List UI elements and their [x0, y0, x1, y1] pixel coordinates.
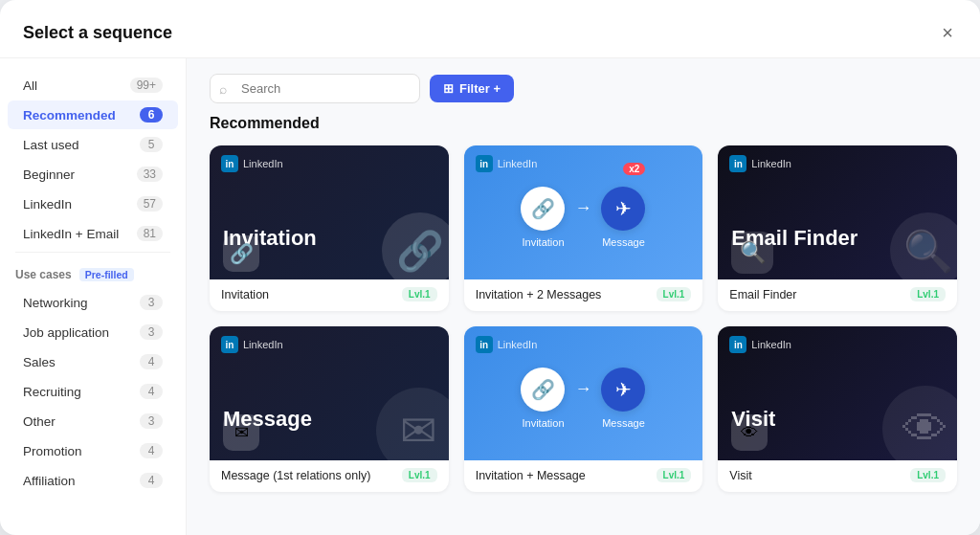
- sidebar-item-other-label: Other: [23, 414, 56, 429]
- flow-node-message-circle: ✈: [601, 187, 645, 231]
- sidebar-item-beginner[interactable]: Beginner 33: [8, 160, 178, 189]
- sidebar-item-promotion[interactable]: Promotion 4: [8, 436, 178, 465]
- card-invitation-msg-name: Invitation + Message: [476, 469, 586, 482]
- card-invitation-msg-image: in LinkedIn 🔗 Invitation → ✈ Message: [464, 326, 703, 460]
- card-message[interactable]: in LinkedIn Message ✉ ✉ Message (1st rel…: [210, 326, 449, 492]
- sidebar-item-linkedin-email[interactable]: LinkedIn + Email 81: [8, 219, 178, 248]
- sidebar-item-recruiting-label: Recruiting: [23, 385, 81, 399]
- sidebar-item-other[interactable]: Other 3: [8, 407, 178, 435]
- sidebar-item-promotion-count: 4: [140, 443, 163, 458]
- select-sequence-modal: Select a sequence × All 99+ Recommended …: [0, 0, 980, 535]
- card-email-finder-name: Email Finder: [729, 288, 796, 301]
- card-message-footer: Message (1st relations only) Lvl.1: [210, 460, 449, 492]
- linkedin-icon-email-finder: in: [729, 155, 746, 172]
- sidebar-item-sales-label: Sales: [23, 355, 56, 369]
- sidebar-item-recommended[interactable]: Recommended 6: [8, 100, 178, 129]
- search-icon: ⌕: [219, 81, 227, 97]
- card-email-finder[interactable]: in LinkedIn Email Finder 🔍 🔍 Email Finde…: [718, 145, 957, 311]
- card-invitation-icon: 🔗: [223, 235, 259, 272]
- card-message-image: in LinkedIn Message ✉ ✉: [210, 326, 449, 460]
- card-invitation-2msg-footer: Invitation + 2 Messages Lvl.1: [464, 279, 703, 311]
- sidebar: All 99+ Recommended 6 Last used 5 Beginn…: [0, 58, 187, 535]
- modal-header: Select a sequence ×: [0, 0, 980, 58]
- card-invitation[interactable]: in LinkedIn Invitation 🔗 🔗 Invitation Lv…: [210, 145, 449, 311]
- sidebar-item-recommended-count: 6: [140, 107, 163, 123]
- sidebar-item-last-used[interactable]: Last used 5: [8, 130, 178, 159]
- sidebar-item-affiliation-label: Affiliation: [23, 474, 76, 488]
- card-visit[interactable]: in LinkedIn Visit 👁 👁 Visit Lvl.1: [718, 326, 957, 492]
- search-wrap: ⌕: [210, 74, 420, 103]
- sidebar-item-recommended-label: Recommended: [23, 108, 116, 123]
- sidebar-item-job-application-label: Job application: [23, 325, 109, 340]
- sidebar-item-recruiting-count: 4: [140, 384, 163, 399]
- linkedin-badge-visit: in LinkedIn: [729, 336, 791, 353]
- sidebar-item-all-label: All: [23, 78, 37, 93]
- card-invitation-2msg[interactable]: in LinkedIn x2 🔗 Invitation → ✈: [464, 145, 703, 311]
- modal-title: Select a sequence: [23, 23, 172, 43]
- send-large-icon: ✉: [376, 388, 449, 460]
- search-input[interactable]: [210, 74, 420, 103]
- modal-body: All 99+ Recommended 6 Last used 5 Beginn…: [0, 58, 980, 535]
- sidebar-item-last-used-label: Last used: [23, 138, 79, 152]
- pre-filled-badge: Pre-filled: [79, 268, 134, 281]
- card-invitation-2msg-level: Lvl.1: [657, 287, 692, 301]
- filter-icon: ⊞: [443, 81, 454, 96]
- card-visit-footer: Visit Lvl.1: [718, 460, 957, 492]
- linkedin-badge-invitation: in LinkedIn: [221, 155, 283, 172]
- linkedin-icon-visit: in: [729, 336, 746, 353]
- filter-label: Filter +: [459, 81, 501, 96]
- chain-bg-icon: 🔗: [382, 212, 449, 279]
- flow-node-invitation-circle: 🔗: [521, 187, 565, 231]
- search-large-bg-icon: 🔍: [890, 212, 957, 279]
- sidebar-item-networking[interactable]: Networking 3: [8, 288, 178, 317]
- search-big-icon: 🔍: [731, 232, 773, 274]
- card-invitation-image: in LinkedIn Invitation 🔗 🔗: [210, 145, 449, 279]
- card-invitation-msg[interactable]: in LinkedIn 🔗 Invitation → ✈ Message: [464, 326, 703, 492]
- card-email-finder-image: in LinkedIn Email Finder 🔍 🔍: [718, 145, 957, 279]
- flow-node-invitation-label: Invitation: [522, 236, 564, 248]
- flow-node-message-label: Message: [602, 236, 645, 248]
- close-button[interactable]: ×: [938, 19, 957, 46]
- sidebar-item-linkedin-email-count: 81: [137, 226, 163, 241]
- sidebar-item-sales[interactable]: Sales 4: [8, 347, 178, 376]
- sidebar-item-promotion-label: Promotion: [23, 444, 82, 458]
- flow-arrow: →: [574, 198, 591, 218]
- flow-node-invitation: 🔗 Invitation: [521, 187, 565, 248]
- card-message-name: Message (1st relations only): [221, 469, 370, 482]
- sidebar-item-beginner-label: Beginner: [23, 167, 75, 182]
- section-title: Recommended: [210, 115, 957, 132]
- card-invitation-2msg-name: Invitation + 2 Messages: [476, 288, 602, 301]
- card-visit-level: Lvl.1: [910, 468, 946, 482]
- sidebar-item-sales-count: 4: [140, 354, 163, 369]
- search-bar: ⌕ ⊞ Filter +: [210, 74, 957, 103]
- send-icon-box: ✉: [223, 414, 259, 451]
- sidebar-item-affiliation-count: 4: [140, 473, 163, 488]
- sidebar-item-beginner-count: 33: [137, 167, 163, 182]
- sidebar-item-networking-label: Networking: [23, 296, 88, 310]
- sidebar-item-affiliation[interactable]: Affiliation 4: [8, 466, 178, 495]
- sidebar-item-job-application-count: 3: [140, 324, 163, 340]
- linkedin-badge-email-finder: in LinkedIn: [729, 155, 791, 172]
- sidebar-item-linkedin-count: 57: [137, 196, 163, 212]
- sidebar-item-job-application[interactable]: Job application 3: [8, 318, 178, 346]
- main-content: ⌕ ⊞ Filter + Recommended in LinkedI: [187, 58, 980, 535]
- sidebar-item-linkedin[interactable]: LinkedIn 57: [8, 189, 178, 218]
- card-visit-image: in LinkedIn Visit 👁 👁: [718, 326, 957, 460]
- sidebar-item-linkedin-email-label: LinkedIn + Email: [23, 227, 119, 241]
- eye-large-icon: 👁: [882, 386, 957, 460]
- sidebar-item-all[interactable]: All 99+: [8, 71, 178, 100]
- sidebar-item-recruiting[interactable]: Recruiting 4: [8, 377, 178, 406]
- sidebar-item-networking-count: 3: [140, 295, 163, 310]
- sidebar-divider: [15, 252, 170, 253]
- flow-node-inv-msg-invitation-circle: 🔗: [521, 368, 565, 412]
- sidebar-item-other-count: 3: [140, 413, 163, 429]
- sidebar-item-last-used-count: 5: [140, 137, 163, 152]
- card-invitation-name: Invitation: [221, 288, 269, 301]
- sidebar-item-linkedin-label: LinkedIn: [23, 197, 72, 212]
- card-message-level: Lvl.1: [402, 468, 437, 482]
- card-invitation-msg-level: Lvl.1: [657, 468, 692, 482]
- filter-button[interactable]: ⊞ Filter +: [430, 75, 514, 102]
- card-email-finder-footer: Email Finder Lvl.1: [718, 279, 957, 311]
- flow-node-inv-msg-message: ✈ Message: [601, 368, 645, 429]
- use-cases-section-label: Use cases Pre-filled: [0, 256, 186, 287]
